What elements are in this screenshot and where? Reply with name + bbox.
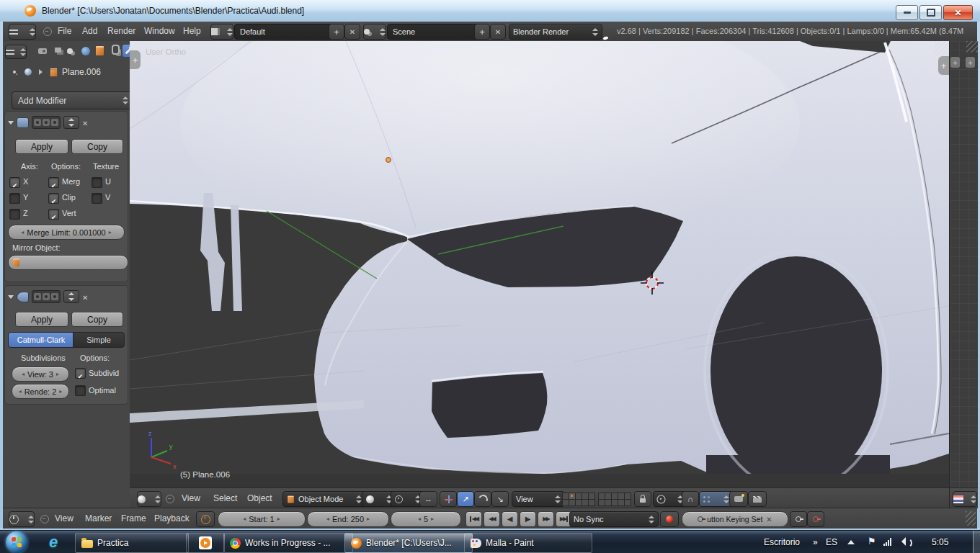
taskbar-button-practica[interactable]: Practica bbox=[75, 533, 189, 553]
close-button[interactable]: ✕ bbox=[943, 5, 973, 20]
timeline-menu-marker[interactable]: Marker bbox=[85, 513, 112, 523]
viewport-menu-view[interactable]: View bbox=[182, 493, 200, 503]
menu-file[interactable]: File bbox=[58, 26, 71, 36]
simple-button[interactable]: Simple bbox=[73, 332, 125, 348]
editor-type-button-secondary[interactable] bbox=[953, 491, 977, 507]
translate-manipulator-button[interactable]: ↗ bbox=[457, 491, 474, 507]
view-subdivisions-slider[interactable]: ◂View: 3▸ bbox=[12, 367, 69, 382]
optimal-display-checkbox[interactable] bbox=[75, 385, 86, 396]
rotate-manipulator-button[interactable] bbox=[474, 491, 491, 507]
delete-scene-button[interactable] bbox=[490, 24, 506, 40]
tab-render-layers[interactable] bbox=[50, 45, 63, 57]
axis-z-checkbox[interactable] bbox=[9, 209, 20, 220]
toolshelf-open-tab[interactable]: + bbox=[130, 50, 141, 69]
clock[interactable]: 5:05 bbox=[932, 537, 948, 547]
end-frame-field[interactable]: ◂End: 250▸ bbox=[307, 511, 389, 527]
option-vert-checkbox[interactable] bbox=[48, 209, 59, 220]
screen-layout-icon-button[interactable] bbox=[210, 24, 233, 40]
render-subdivisions-slider[interactable]: ◂Rende: 2▸ bbox=[12, 384, 69, 399]
subsurf-copy-button[interactable]: Copy bbox=[71, 312, 123, 327]
tab-scene[interactable] bbox=[65, 45, 77, 57]
render-engine-dropdown[interactable]: Blender Render bbox=[509, 24, 602, 40]
subdivide-uvs-checkbox[interactable] bbox=[75, 368, 86, 379]
editor-type-button-3dview[interactable] bbox=[137, 491, 161, 507]
auto-keyframe-record-button[interactable] bbox=[660, 511, 679, 527]
snap-toggle[interactable]: ∩ bbox=[682, 491, 699, 507]
menu-help[interactable]: Help bbox=[183, 26, 201, 36]
texture-u-checkbox[interactable] bbox=[92, 177, 102, 188]
catmull-clark-button[interactable]: Catmull-Clark bbox=[8, 332, 74, 348]
tab-constraints[interactable] bbox=[108, 45, 120, 57]
option-clip-checkbox[interactable] bbox=[48, 193, 59, 204]
timeline-menu-frame[interactable]: Frame bbox=[121, 513, 146, 523]
subsurf-apply-button[interactable]: Apply bbox=[15, 312, 68, 327]
properties-shelf-open-tab[interactable]: + bbox=[938, 56, 949, 75]
scene-icon-button[interactable] bbox=[363, 24, 386, 40]
tab-render[interactable] bbox=[36, 45, 48, 57]
action-center-flag-icon[interactable]: ⚑ bbox=[868, 536, 876, 547]
menu-window[interactable]: Window bbox=[144, 26, 175, 36]
area-corner-widget[interactable] bbox=[935, 41, 949, 55]
window-titlebar[interactable]: Blender* [C:\Users\Jonatan\Documents\Ble… bbox=[0, 0, 980, 22]
modifier-visibility-toggles[interactable] bbox=[32, 116, 61, 129]
play-button[interactable]: ▶ bbox=[520, 511, 536, 527]
delete-layout-button[interactable] bbox=[344, 24, 360, 40]
toolshelf-open-tab[interactable]: + bbox=[950, 57, 960, 68]
delete-modifier-icon[interactable] bbox=[82, 290, 88, 303]
manipulator-toggle[interactable] bbox=[440, 491, 457, 507]
media-player-taskbar-icon[interactable] bbox=[186, 533, 225, 553]
sync-dropdown[interactable]: No Sync bbox=[569, 511, 659, 527]
pin-icon[interactable] bbox=[12, 70, 16, 73]
editor-type-button-properties[interactable] bbox=[5, 45, 27, 59]
play-reverse-button[interactable]: ◀ bbox=[502, 511, 518, 527]
mirror-modifier-header[interactable] bbox=[5, 112, 128, 130]
texture-v-checkbox[interactable] bbox=[92, 193, 102, 204]
opengl-animation-button[interactable] bbox=[748, 491, 767, 507]
viewport-canvas[interactable]: z y x User Ortho (5) Plane.006 bbox=[130, 41, 949, 487]
3d-viewport[interactable]: z y x User Ortho (5) Plane.006 + + bbox=[130, 41, 949, 487]
internet-explorer-icon[interactable]: e bbox=[49, 533, 58, 552]
next-keyframe-button[interactable]: ▶▶ bbox=[538, 511, 554, 527]
area-corner-widget[interactable] bbox=[966, 41, 978, 53]
properties-shelf-open-tab[interactable]: + bbox=[966, 57, 975, 68]
start-frame-field[interactable]: ◂Start: 1▸ bbox=[218, 511, 306, 527]
move-modifier-up-down[interactable] bbox=[63, 290, 79, 303]
add-layout-button[interactable] bbox=[329, 24, 344, 40]
add-modifier-dropdown[interactable]: Add Modifier bbox=[12, 91, 130, 109]
taskbar-button-blender[interactable]: Blender* [C:\Users\J... bbox=[344, 533, 473, 553]
taskbar-button-paint[interactable]: Malla - Paint bbox=[464, 533, 592, 553]
insert-keyframe-button[interactable] bbox=[790, 511, 807, 527]
network-icon[interactable] bbox=[883, 538, 891, 546]
expand-triangle-icon[interactable] bbox=[8, 121, 14, 125]
layers-widget-left[interactable] bbox=[562, 493, 595, 506]
expand-triangle-icon[interactable] bbox=[8, 295, 14, 299]
prev-keyframe-button[interactable]: ◀◀ bbox=[484, 511, 500, 527]
collapse-menus-icon[interactable] bbox=[40, 515, 49, 523]
lock-to-scene-toggle[interactable] bbox=[634, 491, 651, 507]
transform-orientation-dropdown[interactable]: View bbox=[512, 491, 565, 507]
mode-dropdown[interactable]: Object Mode bbox=[282, 491, 366, 507]
menu-render[interactable]: Render bbox=[107, 26, 135, 36]
scale-manipulator-button[interactable]: ↘ bbox=[491, 491, 509, 507]
modifier-visibility-toggles[interactable] bbox=[32, 290, 61, 303]
viewport-menu-select[interactable]: Select bbox=[213, 493, 237, 503]
pivot-align-toggle[interactable]: ↔ bbox=[419, 491, 437, 507]
editor-type-button-info[interactable] bbox=[9, 24, 36, 40]
merge-limit-slider[interactable]: ◂Merge Limit: 0.001000▸ bbox=[8, 225, 125, 240]
mirror-apply-button[interactable]: Apply bbox=[15, 139, 68, 154]
show-desktop-button[interactable] bbox=[973, 531, 980, 553]
subsurf-modifier-header[interactable] bbox=[5, 286, 128, 305]
delete-keyframe-button[interactable] bbox=[807, 511, 824, 527]
area-corner-widget[interactable] bbox=[966, 511, 976, 526]
show-hidden-icons-button[interactable] bbox=[847, 540, 855, 544]
collapse-menus-icon[interactable] bbox=[166, 495, 174, 503]
desktop-toolbar-label[interactable]: Escritorio bbox=[764, 537, 800, 547]
editor-type-button-timeline[interactable] bbox=[9, 511, 35, 527]
keying-set-field[interactable]: utton Keying Set ✕ bbox=[682, 511, 788, 527]
start-button[interactable] bbox=[6, 531, 27, 553]
restore-button[interactable] bbox=[919, 5, 942, 20]
minimize-button[interactable] bbox=[896, 5, 918, 20]
viewport-menu-object[interactable]: Object bbox=[247, 493, 272, 503]
timeline-menu-view[interactable]: View bbox=[55, 513, 74, 523]
secondary-viewport[interactable]: + + bbox=[949, 41, 978, 487]
